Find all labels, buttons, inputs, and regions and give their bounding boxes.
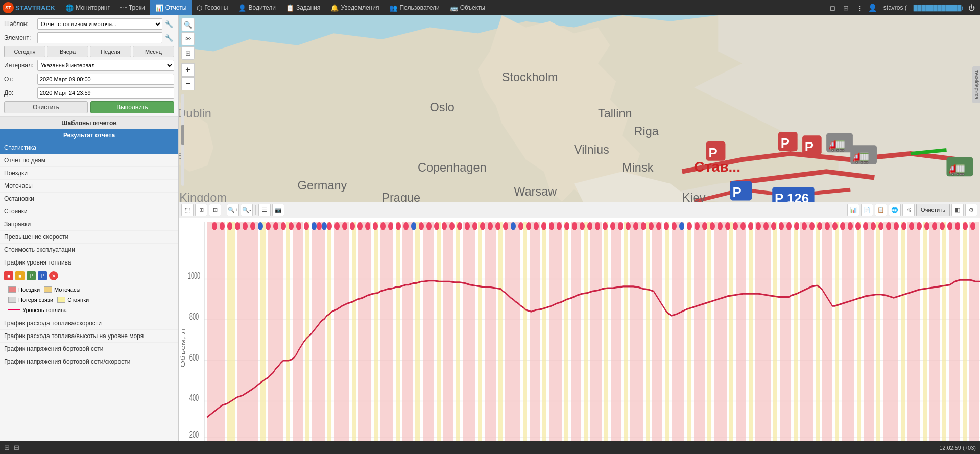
element-input[interactable] xyxy=(37,32,162,43)
legend-fuel: Уровень топлива xyxy=(8,307,67,313)
svg-point-210 xyxy=(526,222,531,230)
icon-circle-red[interactable]: ✕ xyxy=(49,271,58,280)
svg-rect-136 xyxy=(646,222,650,446)
menu-refueling[interactable]: Заправки xyxy=(0,218,178,231)
nav-monitoring[interactable]: 🌐 Мониторинг xyxy=(60,0,115,15)
menu-motohours[interactable]: Моточасы xyxy=(0,180,178,193)
nav-grid-icon[interactable]: ⊞ xyxy=(841,3,851,13)
nav-geozones[interactable]: ⬡ Геозоны xyxy=(192,0,233,15)
svg-rect-141 xyxy=(694,222,705,446)
result-title[interactable]: Результат отчета xyxy=(0,129,178,141)
table-view-button[interactable]: ☰ xyxy=(258,204,271,216)
fit-all-button[interactable]: ⊡ xyxy=(209,204,221,216)
today-button[interactable]: Сегодня xyxy=(4,46,45,57)
menu-daily-report[interactable]: Отчет по дням xyxy=(0,154,178,167)
template-select[interactable]: Отчет с топливом и моточа... xyxy=(37,18,162,30)
chart-settings-btn[interactable]: ⚙ xyxy=(965,204,977,216)
interval-select[interactable]: Указанный интервал xyxy=(37,60,174,71)
zoom-select-button[interactable]: ⊞ xyxy=(195,204,207,216)
menu-fuel-altitude[interactable]: График расхода топлива/высоты на уровне … xyxy=(0,330,178,343)
trips-color xyxy=(8,286,16,293)
menu-stops[interactable]: Остановки xyxy=(0,193,178,205)
export-csv-button[interactable]: 📋 xyxy=(875,204,887,216)
parking-color xyxy=(57,297,65,303)
week-button[interactable]: Неделя xyxy=(90,46,131,57)
svg-point-262 xyxy=(924,222,929,230)
clear-button[interactable]: Очистить xyxy=(4,101,88,113)
zoom-in-chart-button[interactable]: 🔍+ xyxy=(227,204,239,216)
template-row: Шаблон: Отчет с топливом и моточа... 🔧 xyxy=(4,18,174,30)
svg-point-238 xyxy=(740,222,746,230)
export-pdf-button[interactable]: 📄 xyxy=(861,204,873,216)
nav-notifications[interactable]: 🔔 Уведомления xyxy=(325,0,384,15)
menu-trips[interactable]: Поездки xyxy=(0,167,178,180)
nav-more-icon[interactable]: ⋮ xyxy=(854,3,866,13)
svg-point-251 xyxy=(840,222,845,230)
svg-point-255 xyxy=(871,222,876,230)
chart-more-btn[interactable]: ◧ xyxy=(951,204,964,216)
menu-statistics[interactable]: Статистика xyxy=(0,141,178,154)
nav-drivers[interactable]: 👤 Водители xyxy=(233,0,280,15)
svg-text:Riga: Riga xyxy=(634,125,659,138)
fullscreen-button[interactable]: ⊞ xyxy=(181,46,195,60)
from-input[interactable] xyxy=(37,74,174,85)
menu-parking[interactable]: Стоянки xyxy=(0,205,178,218)
nav-tasks[interactable]: 📋 Задания xyxy=(281,0,325,15)
svg-point-259 xyxy=(901,222,906,230)
menu-speed-excess[interactable]: Превышение скорости xyxy=(0,231,178,244)
svg-rect-105 xyxy=(312,222,325,446)
svg-point-219 xyxy=(595,222,600,230)
svg-text:800: 800 xyxy=(189,312,199,322)
zoom-out-button[interactable]: − xyxy=(181,77,195,90)
element-settings-icon[interactable]: 🔧 xyxy=(164,33,174,43)
export-html-button[interactable]: 🌐 xyxy=(889,204,901,216)
legend-motohours: Моточасы xyxy=(44,286,80,293)
search-map-button[interactable]: 🔍 xyxy=(181,18,195,31)
icon-blue[interactable]: P xyxy=(38,271,47,280)
svg-point-243 xyxy=(779,222,784,230)
nav-users[interactable]: 👥 Пользователи xyxy=(384,0,444,15)
tracks-icon: 〰 xyxy=(120,4,127,12)
svg-point-203 xyxy=(472,222,477,230)
menu-fuel-chart[interactable]: График уровня топлива xyxy=(0,256,178,269)
run-button[interactable]: Выполнить xyxy=(90,101,174,113)
svg-point-179 xyxy=(296,222,301,230)
svg-rect-99 xyxy=(237,222,258,446)
nav-map-icon[interactable]: ◻ xyxy=(827,3,838,13)
svg-point-253 xyxy=(855,222,861,230)
icon-yellow[interactable]: ■ xyxy=(15,271,25,280)
svg-rect-144 xyxy=(729,222,733,446)
snapshot-button[interactable]: 📷 xyxy=(272,204,284,216)
clear-chart-button[interactable]: Очистить xyxy=(916,204,950,216)
nav-objects[interactable]: 🚌 Объекты xyxy=(445,0,491,15)
svg-point-171 xyxy=(235,222,240,230)
menu-voltage-speed[interactable]: График напряжения бортовой сети/скорости xyxy=(0,355,178,368)
yesterday-button[interactable]: Вчера xyxy=(47,46,88,57)
icon-green[interactable]: P xyxy=(27,271,36,280)
right-tab[interactable]: технidержка xyxy=(972,66,980,103)
zoom-in-button[interactable]: + xyxy=(181,63,195,77)
to-input[interactable] xyxy=(37,87,174,99)
svg-rect-111 xyxy=(380,222,393,446)
logout-button[interactable]: ⏻ xyxy=(966,3,977,13)
svg-point-233 xyxy=(702,222,707,230)
layers-button[interactable]: 👁 xyxy=(181,32,195,45)
export-xls-button[interactable]: 📊 xyxy=(847,204,859,216)
map-scroll-thumb[interactable] xyxy=(181,125,184,145)
bottom-home-icon[interactable]: ⊞ xyxy=(4,444,10,451)
select-tool-button[interactable]: ⬚ xyxy=(181,204,194,216)
print-button[interactable]: 🖨 xyxy=(902,204,915,216)
menu-operation-cost[interactable]: Стоимость эксплуатации xyxy=(0,244,178,256)
menu-voltage[interactable]: График напряжения бортовой сети xyxy=(0,343,178,355)
menu-fuel-speed[interactable]: График расхода топлива/скорости xyxy=(0,317,178,330)
icon-red[interactable]: ■ xyxy=(4,271,13,280)
zoom-out-chart-button[interactable]: 🔍- xyxy=(241,204,253,216)
svg-point-249 xyxy=(825,222,830,230)
svg-rect-115 xyxy=(423,222,434,446)
svg-text:🚛: 🚛 xyxy=(829,136,846,152)
template-settings-icon[interactable]: 🔧 xyxy=(164,19,174,29)
nav-reports[interactable]: 📊 Отчеты xyxy=(150,0,192,15)
bottom-apps-icon[interactable]: ⊟ xyxy=(14,444,19,451)
month-button[interactable]: Месяц xyxy=(133,46,174,57)
nav-tracks[interactable]: 〰 Треки xyxy=(115,0,150,15)
